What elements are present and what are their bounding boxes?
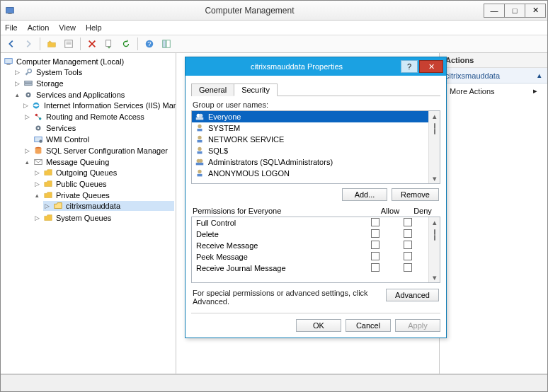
tree-services[interactable]: Services xyxy=(23,123,174,133)
tree-wmi[interactable]: WMI Control xyxy=(23,134,174,144)
deny-checkbox[interactable] xyxy=(404,241,412,249)
tree-msmq[interactable]: ▴Message Queuing xyxy=(23,157,174,167)
delete-button[interactable] xyxy=(84,37,100,51)
database-icon xyxy=(33,146,43,156)
expander-icon[interactable]: ▷ xyxy=(33,180,40,188)
tree-outgoing-queues[interactable]: ▷Outgoing Queues xyxy=(33,168,174,178)
expander-icon[interactable]: ▴ xyxy=(33,192,40,199)
export-button[interactable] xyxy=(101,37,117,51)
perm-scrollbar[interactable]: ▴ ▾ xyxy=(428,217,440,282)
cancel-button[interactable]: Cancel xyxy=(346,319,391,332)
tab-security[interactable]: Security xyxy=(234,83,278,96)
expander-icon[interactable]: ▷ xyxy=(33,169,40,176)
user-label: Everyone xyxy=(208,113,241,121)
expander-icon[interactable]: ▷ xyxy=(13,80,21,87)
maximize-button[interactable]: □ xyxy=(504,4,525,18)
tab-general[interactable]: General xyxy=(191,83,234,96)
tree-iis[interactable]: ▷Internet Information Services (IIS) Man… xyxy=(23,100,174,110)
tree-storage[interactable]: ▷Storage xyxy=(13,79,174,88)
msmq-icon xyxy=(33,157,43,167)
actions-context[interactable]: citrixsmauddata ▴ xyxy=(440,68,547,83)
user-item[interactable]: SQL$ xyxy=(192,145,428,156)
expander-icon[interactable]: ▷ xyxy=(33,214,40,221)
tree-services-apps[interactable]: ▴Services and Applications xyxy=(13,90,174,100)
dialog-close-button[interactable]: ✕ xyxy=(419,60,443,73)
collapse-icon[interactable]: ▴ xyxy=(537,71,542,80)
scroll-up-icon[interactable]: ▴ xyxy=(430,218,439,226)
up-button[interactable] xyxy=(44,37,59,51)
minimize-button[interactable]: — xyxy=(484,4,505,18)
scroll-up-icon[interactable]: ▴ xyxy=(430,112,439,120)
user-item[interactable]: ANONYMOUS LOGON xyxy=(192,168,428,179)
listbox-scrollbar[interactable]: ▴ ▾ xyxy=(428,111,440,183)
apply-button[interactable]: Apply xyxy=(395,319,440,332)
folder-icon xyxy=(43,168,53,178)
expander-icon[interactable]: ▷ xyxy=(43,202,50,209)
expander-icon[interactable]: ▷ xyxy=(13,69,21,76)
dialog-help-button[interactable]: ? xyxy=(401,60,418,73)
allow-header: Allow xyxy=(374,207,406,215)
add-button[interactable]: Add... xyxy=(342,188,387,201)
actions-more[interactable]: More Actions ▸ xyxy=(440,83,547,98)
user-item[interactable]: NETWORK SERVICE xyxy=(192,134,428,145)
menu-help[interactable]: Help xyxy=(86,23,102,32)
scroll-thumb[interactable] xyxy=(434,235,435,241)
user-item-everyone[interactable]: Everyone xyxy=(192,111,428,122)
perm-row: Full Control xyxy=(192,217,428,229)
user-item[interactable]: Administrators (SQL\Administrators) xyxy=(192,156,428,168)
scroll-thumb[interactable] xyxy=(434,129,435,134)
perm-row: Receive Journal Message xyxy=(192,263,428,274)
allow-checkbox[interactable] xyxy=(371,252,379,260)
user-listbox[interactable]: Everyone SYSTEM NETWORK SERVICE SQL$ Adm… xyxy=(191,110,440,184)
help-button[interactable]: ? xyxy=(142,37,157,51)
network-icon xyxy=(33,112,43,122)
properties-button[interactable] xyxy=(61,37,76,51)
user-icon xyxy=(195,168,205,178)
deny-checkbox[interactable] xyxy=(404,218,412,226)
scroll-thumb[interactable] xyxy=(434,229,435,235)
svg-rect-1 xyxy=(8,13,11,13)
scroll-down-icon[interactable]: ▾ xyxy=(430,273,439,282)
forward-button[interactable] xyxy=(21,37,36,51)
svg-text:?: ? xyxy=(147,40,151,47)
deny-checkbox[interactable] xyxy=(404,252,412,260)
deny-checkbox[interactable] xyxy=(404,263,412,272)
gear-icon xyxy=(33,123,43,133)
allow-checkbox[interactable] xyxy=(371,218,379,226)
refresh-button[interactable] xyxy=(118,37,134,51)
advanced-button[interactable]: Advanced xyxy=(386,289,439,301)
tree-public-queues[interactable]: ▷Public Queues xyxy=(33,179,174,189)
allow-checkbox[interactable] xyxy=(371,241,379,249)
svg-rect-30 xyxy=(196,117,204,120)
tree-system-queues[interactable]: ▷System Queues xyxy=(33,213,174,223)
close-button[interactable]: ✕ xyxy=(525,4,546,18)
expander-icon[interactable]: ▷ xyxy=(23,113,30,120)
menu-file[interactable]: File xyxy=(5,23,18,32)
expander-icon[interactable]: ▷ xyxy=(23,102,28,109)
allow-checkbox[interactable] xyxy=(371,263,379,272)
back-button[interactable] xyxy=(4,37,19,51)
expander-icon[interactable]: ▴ xyxy=(23,158,30,166)
tree-system-tools[interactable]: ▷System Tools xyxy=(13,67,174,77)
tree-sql-cfg[interactable]: ▷SQL Server Configuration Manager xyxy=(23,146,174,156)
svg-point-13 xyxy=(28,69,31,73)
allow-checkbox[interactable] xyxy=(371,229,379,238)
scroll-down-icon[interactable]: ▾ xyxy=(430,174,439,183)
scroll-thumb[interactable] xyxy=(434,123,435,129)
ok-button[interactable]: OK xyxy=(296,319,341,332)
actions-context-label: citrixsmauddata xyxy=(445,71,500,80)
tree-rras[interactable]: ▷Routing and Remote Access xyxy=(23,112,174,122)
deny-checkbox[interactable] xyxy=(404,229,412,238)
show-hide-button[interactable] xyxy=(159,37,174,51)
menu-action[interactable]: Action xyxy=(28,23,50,32)
tree-queue-selected[interactable]: ▷citrixsmauddata xyxy=(43,201,174,211)
menu-view[interactable]: View xyxy=(59,23,76,32)
expander-icon[interactable]: ▴ xyxy=(13,91,21,98)
perm-row: Receive Message xyxy=(192,240,428,251)
user-item[interactable]: SYSTEM xyxy=(192,122,428,134)
tree-private-queues[interactable]: ▴Private Queues xyxy=(33,190,174,200)
tree-label: Public Queues xyxy=(56,180,107,188)
expander-icon[interactable]: ▷ xyxy=(23,147,30,154)
remove-button[interactable]: Remove xyxy=(392,188,439,201)
tree-root[interactable]: Computer Management (Local) xyxy=(4,57,174,67)
